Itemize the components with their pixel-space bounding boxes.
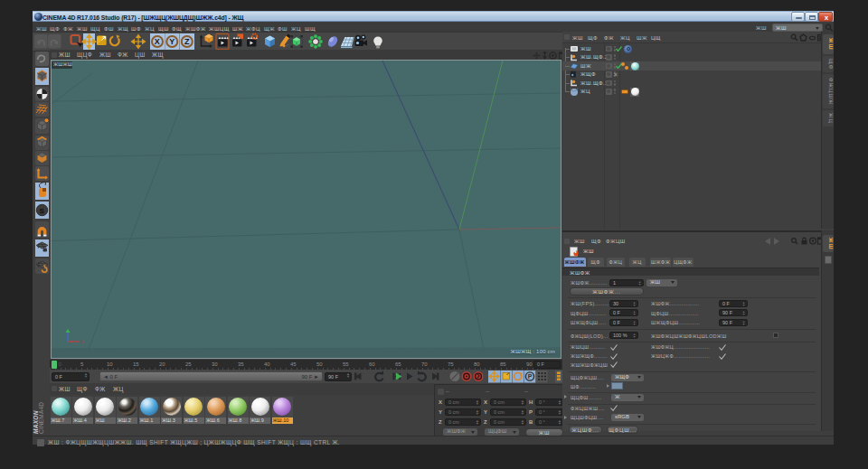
svg-text:Z: Z — [184, 37, 190, 46]
svg-text:X: X — [155, 37, 160, 46]
svg-text:x: x — [81, 339, 84, 344]
svg-text:Y: Y — [169, 37, 175, 46]
svg-text:S: S — [40, 207, 45, 215]
svg-text:P: P — [528, 373, 533, 380]
